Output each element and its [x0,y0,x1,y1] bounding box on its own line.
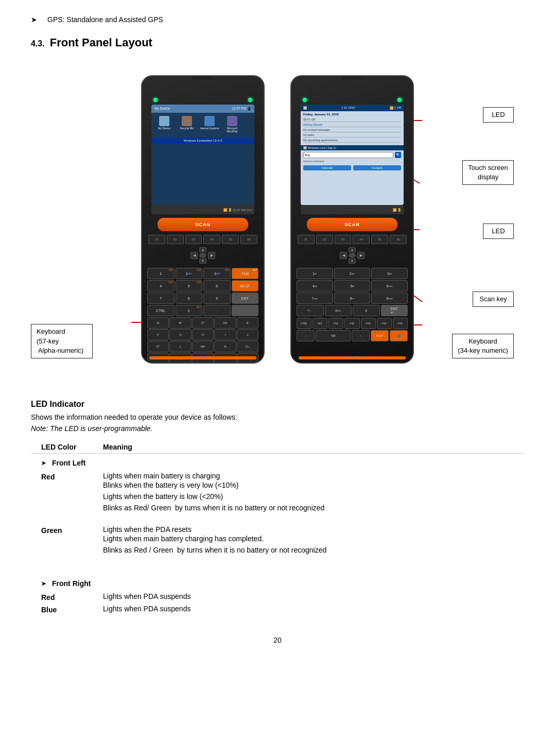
fr-red-meanings: Lights when PDA suspends [103,592,514,600]
red-meanings: Lights when main battery is charging Bli… [103,472,514,512]
blue-meanings: Lights when PDA suspends [103,605,514,613]
keyboard-right-label: Keyboard(34-key numeric) [452,334,514,358]
green-meanings: Lights when the PDA resets Lights when m… [103,525,514,554]
blue-meaning-1: Lights when PDA suspends [103,605,514,613]
led-green-row: Green Lights when the PDA resets Lights … [31,524,524,556]
led-indicator-section: LED Indicator Shows the information need… [31,400,524,615]
red-meaning-4: Blinks as Red/ Green by turns when it is… [103,504,514,512]
led-middle-label: LED [483,224,514,239]
red-meaning-3: Lights when the battery is low (<20%) [103,492,514,501]
red-label: Red [41,472,103,481]
led-meaning-col-header: Meaning [103,443,514,451]
green-meaning-3: Blinks as Red / Green by turns when it i… [103,546,514,554]
keyboard-left-label: Keyboard(57-key Alpha-numeric) [31,324,93,358]
gps-text: GPS: Standalone and Assisted GPS [47,15,163,24]
fr-red-label: Red [41,592,103,602]
section-number: 4.3. [31,39,45,48]
front-right-heading: Front Right [31,576,524,591]
right-device: 🪟 1 01 2010 📶1Off Friday, January 01, 20… [290,75,414,364]
diagram-area: My Device 12:07 PM 📱 My Device Recycle B… [31,65,524,384]
front-left-heading: Front Left [31,456,524,470]
scan-key-label: Scan key [473,291,514,307]
blue-label: Blue [41,605,103,614]
red-meaning-2: Blinks when the battery is very low (<10… [103,481,514,489]
gps-arrow: ➤ [31,15,37,24]
green-meaning-1: Lights when the PDA resets [103,525,514,534]
led-note-text: Note: The LED is user-programmable. [31,424,524,433]
led-indicator-title: LED Indicator [31,400,524,409]
led-intro-text: Shows the information needed to operate … [31,413,524,421]
green-label: Green [41,525,103,535]
section-title: Front Panel Layout [50,36,152,49]
led-top-label: LED [483,107,514,123]
red-meaning-1: Lights when main battery is charging [103,472,514,480]
left-device: My Device 12:07 PM 📱 My Device Recycle B… [141,75,265,364]
page-number: 20 [31,636,524,644]
led-table-header: LED Color Meaning [31,441,524,454]
led-blue-row: Blue Lights when PDA suspends [31,603,524,615]
led-red-row: Red Lights when main battery is charging… [31,470,524,513]
led-fr-red-row: Red Lights when PDA suspends [31,591,524,603]
section-heading: 4.3. Front Panel Layout [31,36,524,49]
fr-red-meaning-1: Lights when PDA suspends [103,592,514,600]
green-meaning-2: Lights when main battery charging has co… [103,535,514,543]
gps-line: ➤ GPS: Standalone and Assisted GPS [31,15,524,24]
touch-screen-label: Touch screendisplay [462,160,514,185]
led-color-col-header: LED Color [41,443,103,451]
